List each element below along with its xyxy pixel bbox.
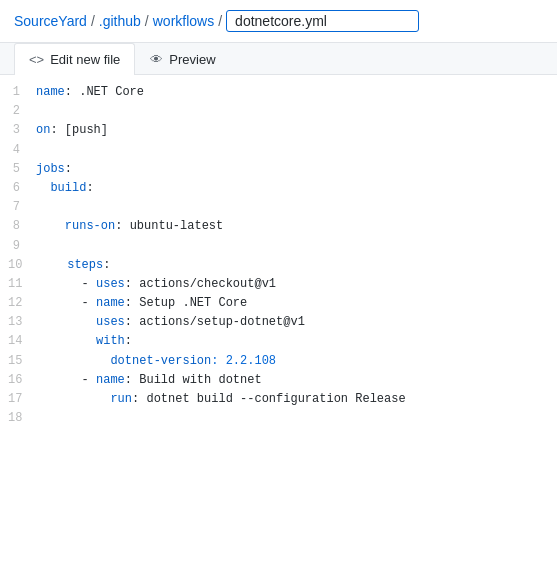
tab-edit[interactable]: <> Edit new file	[14, 43, 135, 75]
token: : 2.2.108	[211, 354, 276, 368]
breadcrumb-sep1: /	[91, 13, 95, 29]
breadcrumb-folder2[interactable]: workflows	[153, 13, 214, 29]
line-number: 4	[0, 141, 36, 160]
token: :	[103, 258, 110, 272]
table-row: 2	[0, 102, 557, 121]
token: dotnet-version	[110, 354, 211, 368]
table-row: 12 - name: Setup .NET Core	[0, 294, 557, 313]
token: : ubuntu-latest	[115, 219, 223, 233]
token: on	[36, 123, 50, 137]
token: : actions/setup-dotnet@v1	[125, 315, 305, 329]
token	[38, 392, 110, 406]
table-row: 15 dotnet-version: 2.2.108	[0, 352, 557, 371]
token: jobs	[36, 162, 65, 176]
line-number: 8	[0, 217, 36, 236]
token: name	[36, 85, 65, 99]
breadcrumb: SourceYard / .github / workflows /	[0, 0, 557, 43]
table-row: 17 run: dotnet build --configuration Rel…	[0, 390, 557, 409]
line-content: run: dotnet build --configuration Releas…	[38, 390, 405, 409]
line-content: jobs:	[36, 160, 72, 179]
table-row: 5jobs:	[0, 160, 557, 179]
token: uses	[96, 277, 125, 291]
line-number: 6	[0, 179, 36, 198]
filename-input[interactable]	[226, 10, 419, 32]
line-number: 3	[0, 121, 36, 140]
line-content: - name: Build with dotnet	[38, 371, 261, 390]
line-content: dotnet-version: 2.2.108	[38, 352, 276, 371]
line-number: 7	[0, 198, 36, 217]
token	[38, 354, 110, 368]
table-row: 1name: .NET Core	[0, 83, 557, 102]
edit-icon: <>	[29, 52, 44, 67]
table-row: 8 runs-on: ubuntu-latest	[0, 217, 557, 236]
tab-preview-label: Preview	[169, 52, 215, 67]
tab-preview[interactable]: 👁 Preview	[135, 43, 230, 75]
token: -	[38, 373, 96, 387]
token: runs-on	[65, 219, 115, 233]
token: -	[38, 277, 96, 291]
table-row: 9	[0, 237, 557, 256]
token	[38, 258, 67, 272]
line-number: 12	[0, 294, 38, 313]
line-number: 1	[0, 83, 36, 102]
breadcrumb-repo[interactable]: SourceYard	[14, 13, 87, 29]
breadcrumb-sep2: /	[145, 13, 149, 29]
token: build	[50, 181, 86, 195]
line-content: on: [push]	[36, 121, 108, 140]
preview-icon: 👁	[150, 52, 163, 67]
line-content: build:	[36, 179, 94, 198]
tab-bar: <> Edit new file 👁 Preview	[0, 43, 557, 75]
token: steps	[67, 258, 103, 272]
token: name	[96, 373, 125, 387]
token	[38, 315, 96, 329]
breadcrumb-sep3: /	[218, 13, 222, 29]
table-row: 13 uses: actions/setup-dotnet@v1	[0, 313, 557, 332]
line-number: 2	[0, 102, 36, 121]
table-row: 16 - name: Build with dotnet	[0, 371, 557, 390]
line-number: 10	[0, 256, 38, 275]
table-row: 3on: [push]	[0, 121, 557, 140]
tab-edit-label: Edit new file	[50, 52, 120, 67]
line-content: uses: actions/setup-dotnet@v1	[38, 313, 304, 332]
line-content: runs-on: ubuntu-latest	[36, 217, 223, 236]
table-row: 4	[0, 141, 557, 160]
token: :	[65, 162, 72, 176]
line-content: steps:	[38, 256, 110, 275]
table-row: 10 steps:	[0, 256, 557, 275]
table-row: 18	[0, 409, 557, 428]
table-row: 11 - uses: actions/checkout@v1	[0, 275, 557, 294]
token	[36, 219, 65, 233]
table-row: 6 build:	[0, 179, 557, 198]
token: with	[96, 334, 125, 348]
token	[38, 334, 96, 348]
token: uses	[96, 315, 125, 329]
line-number: 16	[0, 371, 38, 390]
table-row: 7	[0, 198, 557, 217]
token: -	[38, 296, 96, 310]
line-content: - uses: actions/checkout@v1	[38, 275, 276, 294]
line-content: with:	[38, 332, 132, 351]
line-number: 9	[0, 237, 36, 256]
token: :	[86, 181, 93, 195]
line-number: 14	[0, 332, 38, 351]
token: name	[96, 296, 125, 310]
line-number: 18	[0, 409, 38, 428]
breadcrumb-folder1[interactable]: .github	[99, 13, 141, 29]
token: : actions/checkout@v1	[125, 277, 276, 291]
line-number: 11	[0, 275, 38, 294]
token: : Build with dotnet	[125, 373, 262, 387]
token	[36, 181, 50, 195]
table-row: 14 with:	[0, 332, 557, 351]
line-number: 13	[0, 313, 38, 332]
code-editor[interactable]: 1name: .NET Core23on: [push]45jobs:6 bui…	[0, 75, 557, 436]
token: : dotnet build --configuration Release	[132, 392, 406, 406]
token: run	[110, 392, 132, 406]
token: : Setup .NET Core	[125, 296, 247, 310]
token: :	[125, 334, 132, 348]
token: : .NET Core	[65, 85, 144, 99]
token: : [push]	[50, 123, 108, 137]
line-content: - name: Setup .NET Core	[38, 294, 247, 313]
line-number: 17	[0, 390, 38, 409]
line-number: 15	[0, 352, 38, 371]
line-content: name: .NET Core	[36, 83, 144, 102]
